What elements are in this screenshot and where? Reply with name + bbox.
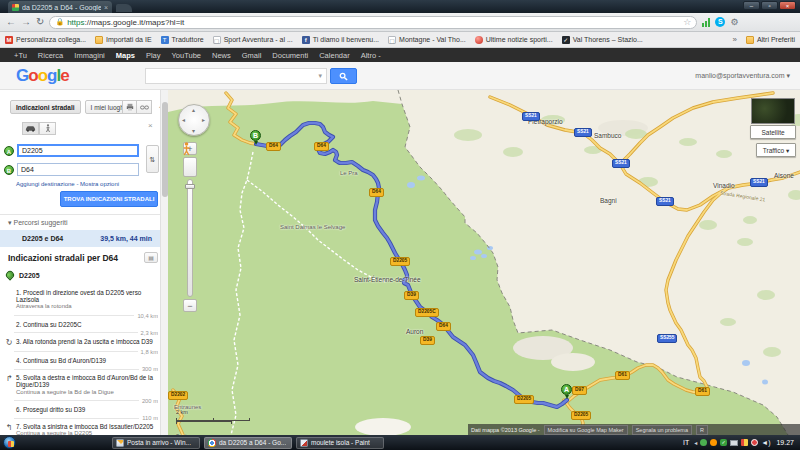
account-menu[interactable]: manlio@sportavventura.com ▾ bbox=[695, 72, 790, 80]
swap-waypoints-button[interactable]: ⇅ bbox=[146, 145, 159, 173]
wrench-menu-icon[interactable]: ⚙ bbox=[730, 17, 738, 27]
step-row[interactable]: ↰ 7. Svolta a sinistra e imbocca Bd Issa… bbox=[4, 423, 158, 435]
mode-car-button[interactable] bbox=[22, 122, 39, 135]
action-center-flag-icon[interactable] bbox=[741, 439, 748, 446]
waypoint-a-badge: A bbox=[4, 146, 14, 156]
minimize-button[interactable]: – bbox=[743, 1, 760, 10]
report-short-link[interactable]: R bbox=[696, 425, 708, 435]
nav-gmail[interactable]: Gmail bbox=[242, 51, 262, 60]
bookmark-item[interactable]: Ultime notizie sporti... bbox=[475, 36, 553, 44]
taskbar-item-paint[interactable]: moulete isola - Paint bbox=[296, 437, 384, 449]
nav-documenti[interactable]: Documenti bbox=[272, 51, 308, 60]
pan-up-icon[interactable]: ▴ bbox=[192, 106, 195, 113]
tab-close-icon[interactable]: × bbox=[104, 4, 108, 11]
step-row[interactable]: 1. Procedi in direzione ovest da D2205 v… bbox=[4, 289, 158, 311]
forward-button[interactable]: → bbox=[21, 17, 31, 27]
roundabout-icon: ↻ bbox=[4, 338, 14, 347]
step-row[interactable]: ↻ 3. Alla rotonda prendi la 2a uscita e … bbox=[4, 338, 158, 347]
maps-search-input[interactable]: ▾ bbox=[145, 68, 327, 84]
marker-a[interactable]: A bbox=[561, 384, 572, 395]
step-row[interactable]: ↱ 5. Svolta a destra e imbocca Bd d'Auro… bbox=[4, 374, 158, 396]
suggested-routes-header[interactable]: ▾ Percorsi suggeriti bbox=[8, 219, 68, 227]
scale-line bbox=[176, 418, 250, 421]
tray-orange-icon[interactable] bbox=[710, 439, 717, 446]
mode-walk-button[interactable] bbox=[39, 122, 56, 135]
nav-calendar[interactable]: Calendar bbox=[319, 51, 349, 60]
satellite-thumbnail[interactable] bbox=[751, 98, 795, 124]
bookmark-item[interactable]: Importati da IE bbox=[95, 36, 152, 44]
step-row[interactable]: 6. Prosegui dritto su D39 bbox=[4, 406, 158, 413]
zoom-slider[interactable] bbox=[187, 179, 193, 297]
close-directions-icon[interactable]: × bbox=[148, 121, 153, 130]
nav-maps[interactable]: Maps bbox=[116, 51, 135, 60]
bookmark-item[interactable]: TTraduttore bbox=[161, 36, 204, 44]
url-text[interactable]: https://maps.google.it/maps?hl=it bbox=[67, 18, 680, 27]
zoom-slider-thumb[interactable] bbox=[185, 184, 195, 189]
security-shield-icon[interactable]: ✓ bbox=[720, 439, 727, 446]
bookmarks-overflow-button[interactable]: » bbox=[732, 35, 736, 44]
start-button[interactable] bbox=[3, 436, 16, 449]
nav-youtube[interactable]: YouTube bbox=[172, 51, 201, 60]
nav-ricerca[interactable]: Ricerca bbox=[38, 51, 63, 60]
browser-tab[interactable]: da D2205 a D64 - Google M × bbox=[8, 1, 112, 13]
page-icon: ▢ bbox=[388, 36, 396, 44]
nav-plus-tu[interactable]: +Tu bbox=[14, 51, 27, 60]
zoom-out-button[interactable]: − bbox=[183, 299, 197, 312]
taskbar-item-mail[interactable]: Posta in arrivo - Win... bbox=[112, 437, 200, 449]
map-label: Le Pra bbox=[340, 170, 358, 176]
close-button[interactable]: × bbox=[779, 1, 796, 10]
sync-clock-icon[interactable] bbox=[751, 439, 758, 446]
panel-scrollbar[interactable] bbox=[160, 90, 168, 435]
report-problem-link[interactable]: Segnala un problema bbox=[632, 425, 692, 435]
reload-button[interactable]: ↻ bbox=[36, 17, 44, 27]
bookmark-item[interactable]: ✓Val Thorens – Stazio... bbox=[562, 36, 643, 44]
pan-down-icon[interactable]: ▾ bbox=[192, 127, 195, 134]
directions-options-button[interactable]: ▤ bbox=[144, 252, 158, 263]
nav-play[interactable]: Play bbox=[146, 51, 161, 60]
origin-input[interactable] bbox=[17, 144, 139, 157]
destination-input[interactable] bbox=[17, 163, 139, 176]
other-bookmarks-folder[interactable]: Altri Preferiti bbox=[746, 36, 795, 44]
traffic-button[interactable]: Traffico ▾ bbox=[756, 143, 796, 157]
nav-immagini[interactable]: Immagini bbox=[74, 51, 104, 60]
volume-icon[interactable]: ◄) bbox=[761, 439, 770, 446]
pan-right-icon[interactable]: ▸ bbox=[202, 116, 205, 123]
map-canvas[interactable]: Le Pra Saint Dalmas le Selvage Saint-Éti… bbox=[168, 90, 800, 435]
maximize-button[interactable]: ▫ bbox=[761, 1, 778, 10]
suggested-route-row[interactable]: D2205 e D64 39,5 km, 44 min bbox=[0, 230, 160, 247]
pegman-icon[interactable] bbox=[183, 157, 197, 177]
bookmark-item[interactable]: ▢Sport Avventura - al ... bbox=[213, 36, 293, 44]
search-caret-icon[interactable]: ▾ bbox=[318, 72, 322, 80]
extension-bars-icon[interactable] bbox=[702, 18, 710, 27]
bookmark-item[interactable]: fTi diamo il benvenu... bbox=[302, 36, 379, 44]
step-row[interactable]: 2. Continua su D2205C bbox=[4, 321, 158, 328]
tray-green-icon[interactable] bbox=[700, 439, 707, 446]
search-button[interactable] bbox=[330, 68, 357, 84]
bookmark-item[interactable]: MPersonalizza collega... bbox=[5, 36, 86, 44]
pan-left-icon[interactable]: ◂ bbox=[182, 116, 185, 123]
add-destination-link[interactable]: Aggiungi destinazione - Mostra opzioni bbox=[16, 181, 119, 187]
address-bar[interactable]: 🔒 https://maps.google.it/maps?hl=it ☆ bbox=[49, 16, 697, 29]
back-button[interactable]: ← bbox=[6, 17, 16, 27]
skype-extension-icon[interactable]: S bbox=[715, 17, 725, 27]
link-button[interactable] bbox=[137, 100, 152, 114]
display-icon[interactable] bbox=[730, 440, 738, 446]
step-row[interactable]: 4. Continua su Bd d'Auron/D139 bbox=[4, 357, 158, 364]
taskbar-item-chrome[interactable]: da D2205 a D64 - Go... bbox=[204, 437, 292, 449]
tab-directions[interactable]: Indicazioni stradali bbox=[10, 100, 81, 114]
new-tab-button[interactable] bbox=[116, 4, 132, 12]
bookmark-star-icon[interactable]: ☆ bbox=[683, 17, 691, 27]
nav-altro[interactable]: Altro - bbox=[361, 51, 381, 60]
satellite-button[interactable]: Satellite bbox=[750, 125, 796, 139]
pan-control[interactable]: ▴ ▾ ◂ ▸ bbox=[178, 104, 210, 136]
tab-title: da D2205 a D64 - Google M bbox=[22, 4, 101, 11]
bookmark-item[interactable]: ▢Montagne - Val Tho... bbox=[388, 36, 466, 44]
get-directions-button[interactable]: TROVA INDICAZIONI STRADALI bbox=[60, 191, 158, 207]
print-button[interactable] bbox=[122, 100, 137, 114]
map-maker-link[interactable]: Modifica su Google Map Maker bbox=[544, 425, 628, 435]
language-indicator[interactable]: IT bbox=[681, 439, 691, 446]
nav-news[interactable]: News bbox=[212, 51, 231, 60]
clock-time[interactable]: 19.27 bbox=[773, 439, 797, 446]
marker-b[interactable]: B bbox=[250, 130, 261, 141]
show-hidden-icons-arrow[interactable]: ◂ bbox=[694, 439, 697, 446]
